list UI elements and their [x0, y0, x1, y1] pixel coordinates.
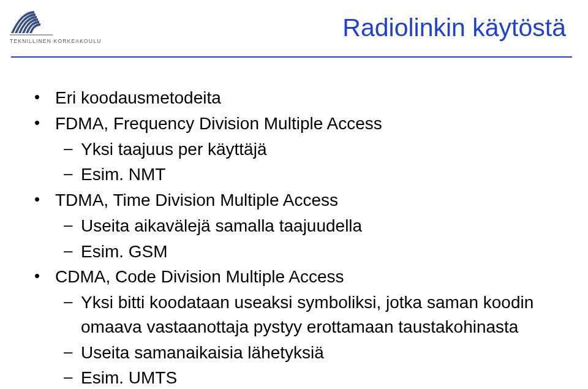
bullet-level2: – Esim. NMT	[64, 162, 564, 187]
bullet-level2: – Esim. GSM	[64, 240, 564, 264]
slide-title: Radiolinkin käytöstä	[342, 13, 566, 42]
bullet-text: Yksi bitti koodataan useaksi symboliksi,…	[81, 290, 564, 339]
bullet-level1: • Eri koodausmetodeita	[34, 86, 564, 110]
bullet-text: Esim. GSM	[81, 240, 564, 264]
dash-icon: –	[64, 290, 81, 339]
bullet-text: Useita samanaikaisia lähetyksiä	[81, 341, 564, 365]
logo	[10, 9, 53, 38]
bullet-text: Eri koodausmetodeita	[55, 86, 564, 110]
bullet-icon: •	[34, 86, 55, 110]
bullet-text: Yksi taajuus per käyttäjä	[81, 137, 564, 162]
bullet-icon: •	[34, 265, 55, 289]
bullet-text: Esim. NMT	[81, 162, 564, 187]
title-divider	[11, 56, 572, 58]
bullet-level2: – Yksi bitti koodataan useaksi symboliks…	[64, 290, 564, 339]
dash-icon: –	[64, 341, 81, 365]
logo-icon	[10, 9, 53, 38]
bullet-level2: – Esim. UMTS	[64, 366, 564, 389]
dash-icon: –	[64, 366, 81, 389]
dash-icon: –	[64, 240, 81, 264]
dash-icon: –	[64, 214, 81, 238]
bullet-level2: – Useita samanaikaisia lähetyksiä	[64, 341, 564, 365]
bullet-level2: – Yksi taajuus per käyttäjä	[64, 137, 564, 162]
bullet-level1: • CDMA, Code Division Multiple Access	[34, 265, 564, 289]
bullet-text: FDMA, Frequency Division Multiple Access	[55, 111, 564, 136]
slide-content: • Eri koodausmetodeita • FDMA, Frequency…	[34, 86, 564, 389]
dash-icon: –	[64, 162, 81, 187]
bullet-icon: •	[34, 111, 55, 136]
bullet-level2: – Useita aikavälejä samalla taajuudella	[64, 214, 564, 238]
bullet-text: CDMA, Code Division Multiple Access	[55, 265, 564, 289]
bullet-icon: •	[34, 188, 55, 213]
dash-icon: –	[64, 137, 81, 162]
logo-org-name: TEKNILLINEN KORKEAKOULU	[10, 38, 101, 44]
bullet-level1: • TDMA, Time Division Multiple Access	[34, 188, 564, 213]
bullet-text: Useita aikavälejä samalla taajuudella	[81, 214, 564, 238]
bullet-level1: • FDMA, Frequency Division Multiple Acce…	[34, 111, 564, 136]
bullet-text: TDMA, Time Division Multiple Access	[55, 188, 564, 213]
bullet-text: Esim. UMTS	[81, 366, 564, 389]
